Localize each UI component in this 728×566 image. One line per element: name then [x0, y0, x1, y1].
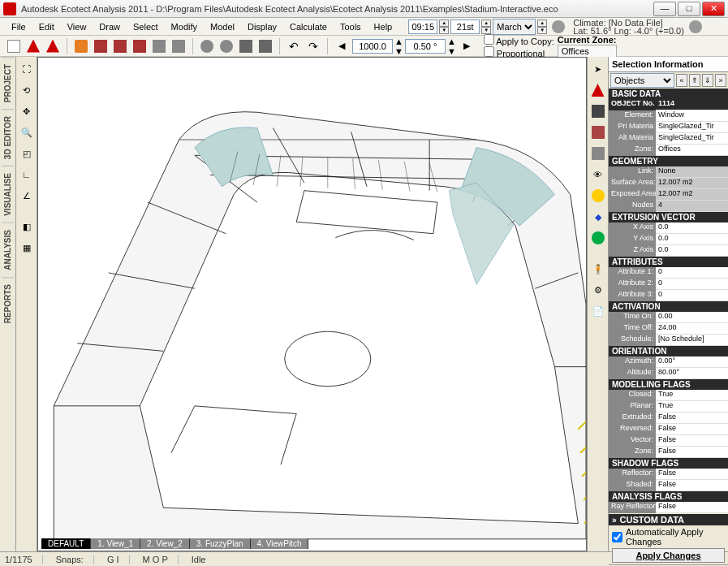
- tool-h[interactable]: [237, 37, 255, 55]
- hour-spinner[interactable]: ▲▼: [439, 19, 449, 34]
- prop-modelling-4[interactable]: Vector:False: [609, 435, 728, 447]
- person-icon[interactable]: 🧍: [589, 260, 607, 278]
- tool-orbit[interactable]: ⟲: [18, 81, 36, 99]
- menu-modify[interactable]: Modify: [165, 20, 204, 33]
- clock-icon[interactable]: [552, 20, 565, 33]
- section-orientation[interactable]: ORIENTATION: [609, 346, 728, 356]
- prop-value[interactable]: False: [656, 424, 728, 435]
- tool-cube[interactable]: ◧: [18, 218, 36, 235]
- prop-basic-4[interactable]: Zone:Offices: [609, 145, 728, 156]
- prop-attributes-2[interactable]: Attribute 3:0: [609, 290, 728, 301]
- menu-view[interactable]: View: [61, 20, 93, 33]
- prop-geometry-0[interactable]: Link:None: [609, 166, 728, 178]
- undo-button[interactable]: [72, 37, 90, 55]
- undo-arrow[interactable]: ↶: [285, 37, 303, 55]
- close-button[interactable]: ✕: [702, 2, 725, 16]
- section-shadow[interactable]: SHADOW FLAGS: [609, 458, 728, 469]
- prop-basic-3[interactable]: Alt MateriaSingleGlazed_Tir: [609, 133, 728, 145]
- menu-file[interactable]: File: [5, 20, 32, 33]
- globe-icon[interactable]: [689, 20, 702, 33]
- view-tab-1[interactable]: 1. View_1: [91, 538, 140, 549]
- view-tab-3[interactable]: 3. FuzzyPlan: [190, 538, 251, 549]
- redo-arrow[interactable]: ↷: [304, 37, 322, 55]
- menu-edit[interactable]: Edit: [32, 20, 61, 33]
- prop-value[interactable]: False: [656, 447, 728, 458]
- section-custom[interactable]: » CUSTOM DATA: [609, 514, 728, 525]
- tab-visualise[interactable]: VISUALISE: [2, 166, 14, 223]
- prop-modelling-5[interactable]: Zone:False: [609, 447, 728, 458]
- prop-value[interactable]: [No Schedule]: [656, 335, 728, 346]
- menu-calculate[interactable]: Calculate: [283, 20, 334, 33]
- prop-value[interactable]: 12.007 m2: [656, 178, 728, 189]
- menu-help[interactable]: Help: [368, 20, 399, 33]
- distance-input[interactable]: [352, 39, 393, 54]
- angle-spinner[interactable]: ▲▼: [447, 37, 456, 56]
- prop-basic-2[interactable]: Pri MateriaSingleGlazed_Tir: [609, 122, 728, 133]
- view-tab-2[interactable]: 2. View_2: [140, 538, 190, 549]
- prop-value[interactable]: 0.0: [656, 223, 728, 234]
- prop-value[interactable]: 0.00°: [656, 356, 728, 368]
- prop-value[interactable]: 0: [656, 279, 728, 290]
- tool-pan[interactable]: ✥: [18, 102, 36, 120]
- prop-modelling-0[interactable]: Closed:True: [609, 390, 728, 401]
- current-zone-value[interactable]: Offices: [558, 45, 617, 58]
- prop-orientation-0[interactable]: Azimuth:0.00°: [609, 356, 728, 368]
- prop-modelling-3[interactable]: Reversed:False: [609, 424, 728, 435]
- time-day-input[interactable]: [450, 19, 480, 34]
- prop-value[interactable]: 0: [656, 267, 728, 279]
- settings-icon[interactable]: ⚙: [589, 281, 607, 299]
- maximize-button[interactable]: □: [678, 2, 700, 16]
- prop-value[interactable]: 24.00: [656, 323, 728, 335]
- apply-changes-button[interactable]: Apply Changes: [612, 548, 725, 563]
- section-modelling[interactable]: MODELLING FLAGS: [609, 379, 728, 390]
- section-basic[interactable]: BASIC DATA: [609, 89, 728, 99]
- prop-extrusion-2[interactable]: Z Axis0.0: [609, 245, 728, 257]
- proportional-check[interactable]: [484, 46, 494, 57]
- prop-value[interactable]: None: [656, 166, 728, 178]
- tool-zoom[interactable]: 🔍: [18, 123, 36, 141]
- time-hour-input[interactable]: [408, 19, 437, 34]
- section-geometry[interactable]: GEOMETRY: [609, 156, 728, 166]
- tab-3d-editor[interactable]: 3D EDITOR: [2, 109, 14, 166]
- prop-shadow-1[interactable]: Shaded:False: [609, 480, 728, 491]
- prop-value[interactable]: 12.007 m2: [656, 189, 728, 201]
- time-month-select[interactable]: March: [493, 19, 536, 35]
- globe2-icon[interactable]: [589, 229, 607, 247]
- prop-value[interactable]: False: [656, 469, 728, 480]
- prop-extrusion-0[interactable]: X Axis0.0: [609, 223, 728, 234]
- section-extrusion[interactable]: EXTRUSION VECTOR: [609, 212, 728, 223]
- prop-value[interactable]: 0.00: [656, 312, 728, 323]
- view-tab-default[interactable]: DEFAULT: [41, 538, 91, 549]
- tool-wire[interactable]: ▦: [18, 239, 36, 257]
- prop-attributes-0[interactable]: Attribute 1:0: [609, 267, 728, 279]
- prop-modelling-1[interactable]: Planar:True: [609, 401, 728, 413]
- tool-b[interactable]: [111, 37, 129, 55]
- prop-analysis-0[interactable]: Ray ReflectorFalse: [609, 502, 728, 513]
- vis-icon[interactable]: [589, 145, 607, 162]
- tool-f[interactable]: [198, 37, 216, 55]
- tool-zoomwin[interactable]: ◰: [18, 145, 36, 162]
- arrow-left[interactable]: ◀: [333, 37, 351, 55]
- prop-value[interactable]: SingleGlazed_Tir: [656, 133, 728, 145]
- tool-c[interactable]: [131, 37, 149, 55]
- prop-value[interactable]: 0.0: [656, 234, 728, 245]
- prop-value[interactable]: False: [656, 502, 728, 513]
- prop-geometry-3[interactable]: Nodes4: [609, 201, 728, 212]
- tool-i[interactable]: [256, 37, 274, 55]
- brush-icon[interactable]: [589, 102, 607, 120]
- view-tab-4[interactable]: 4. ViewPitch: [251, 538, 309, 549]
- tool-axis2[interactable]: ∠: [18, 187, 36, 205]
- cube2-icon[interactable]: ◆: [589, 208, 607, 226]
- tab-reports[interactable]: REPORTS: [2, 277, 14, 330]
- prop-basic-0[interactable]: OBJECT No.1114: [609, 99, 728, 110]
- entity-selector[interactable]: Objects: [610, 73, 674, 88]
- prop-activation-1[interactable]: Time Off:24.00: [609, 323, 728, 335]
- prop-value[interactable]: 0: [656, 290, 728, 301]
- distance-spinner[interactable]: ▲▼: [394, 37, 403, 56]
- prop-modelling-2[interactable]: Extruded:False: [609, 413, 728, 424]
- nav-last[interactable]: »: [715, 74, 726, 87]
- tab-analysis[interactable]: ANALYSIS: [2, 223, 14, 277]
- tool-e[interactable]: [170, 37, 187, 55]
- sun-icon[interactable]: [589, 187, 607, 205]
- nav-next[interactable]: ⇓: [702, 74, 713, 87]
